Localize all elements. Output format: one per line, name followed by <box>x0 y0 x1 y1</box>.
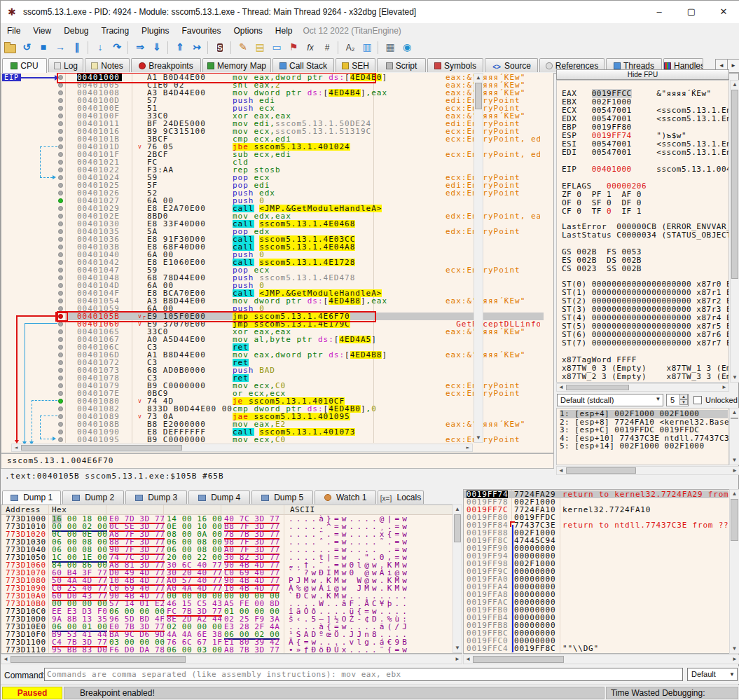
scroll-down-icon[interactable]: ▼ <box>731 373 739 382</box>
toolbar-comment-icon[interactable]: ▤ <box>252 40 268 55</box>
breakpoint-dot[interactable] <box>58 291 63 296</box>
disasm-row[interactable]: 0040101Dv76 05jbe sscom5.13.1.401024 <box>68 143 544 151</box>
tab-seh[interactable]: SEH <box>336 58 375 72</box>
menu-item-plugins[interactable]: Plugins <box>135 23 175 36</box>
disasm-row[interactable]: 00401030E8 33F40D00call sscom5.13.1.4E04… <box>68 220 544 228</box>
scroll-left-icon[interactable]: ◄ <box>464 655 472 664</box>
disasm-row[interactable]: 00401008A3 B4D44E00mov dword ptr ds:[4ED… <box>68 89 544 97</box>
disasm-row[interactable]: 0040106CC3ret <box>68 343 544 351</box>
scroll-left-icon[interactable]: ◄ <box>1 655 10 664</box>
disasm-row[interactable]: 0040102652push edxedx:EntryPoint <box>68 189 544 197</box>
breakpoint-dot[interactable] <box>58 75 63 80</box>
disasm-row[interactable]: 0040100E51push ecxecx:EntryPoint <box>68 104 544 112</box>
toolbar-animate-into-icon[interactable]: ⇒ <box>132 40 148 55</box>
toolbar-step-into-icon[interactable]: ↓ <box>92 40 108 55</box>
disasm-row[interactable]: 00401042E8 E1060E00call sscom5.13.1.4E17… <box>68 259 544 266</box>
breakpoint-dot[interactable] <box>58 383 63 388</box>
register-row[interactable]: EDI 00547001 <sscom5.13.1.En <box>562 149 729 157</box>
toolbar-source-view-icon[interactable]: ▥ <box>359 40 375 55</box>
breakpoint-dot[interactable] <box>58 167 63 172</box>
scrollbar-thumb[interactable] <box>566 467 636 474</box>
breakpoint-dot[interactable] <box>58 368 63 373</box>
toolbar-function-icon[interactable]: fx <box>303 40 318 55</box>
breakpoint-dot[interactable] <box>58 183 63 188</box>
register-row[interactable]: x87TW_2 3 (Empty) x87TW_3 3 (Emp <box>562 373 729 381</box>
breakpoint-dot[interactable] <box>58 437 63 442</box>
disasm-row[interactable]: 0040100D57push ediedi:EntryPoint <box>68 97 544 104</box>
disasm-row[interactable]: 00401082833D B0D44E00 00cmp dword ptr ds… <box>68 405 544 413</box>
stack-row[interactable]: 0019FFC40019FF8C""\\DG" <box>464 645 728 652</box>
tab-dump-5[interactable]: Dump 5 <box>251 490 313 504</box>
dump-horizontal-scrollbar[interactable]: ◄► <box>1 654 462 664</box>
scroll-right-icon[interactable]: ► <box>731 655 739 664</box>
breakpoint-dot[interactable] <box>58 221 63 226</box>
breakpoint-dot[interactable] <box>58 83 63 88</box>
breakpoint-dot[interactable] <box>58 337 63 342</box>
toolbar-stop-icon[interactable]: ■ <box>36 40 51 55</box>
toolbar-open-file-icon[interactable] <box>2 40 18 55</box>
scrollbar-thumb[interactable] <box>21 445 182 451</box>
disasm-row[interactable]: 0040103BE8 68F40D00call sscom5.13.1.4E04… <box>68 243 544 251</box>
breakpoint-dot[interactable] <box>58 90 63 95</box>
register-row[interactable]: LastStatus C0000034 (STATUS_OBJECT <box>562 231 729 240</box>
breakpoint-dot[interactable] <box>58 322 63 327</box>
breakpoint-dot[interactable] <box>58 198 63 203</box>
disasm-row[interactable]: 00401029E8 E2A70E00call <JMP.&GetModuleH… <box>68 205 544 212</box>
scrollbar-thumb[interactable] <box>454 514 461 542</box>
disasm-row[interactable]: 0040101B3BCFcmp ecx,ediecx:EntryPoint, e… <box>68 135 544 143</box>
disasm-row[interactable]: 00401072C3ret <box>68 359 544 366</box>
stack-horizontal-scrollbar[interactable]: ◄► <box>463 654 739 664</box>
toolbar-az-icon[interactable]: A₂ <box>343 40 358 55</box>
hide-fpu-button[interactable]: Hide FPU <box>556 69 729 80</box>
disasm-row[interactable]: 0040107E0BC9or ecx,ecxecx:EntryPoint <box>68 390 544 397</box>
menu-item-debug[interactable]: Debug <box>57 23 95 36</box>
register-row[interactable]: CF 0 TF 0 IF 1 <box>562 207 642 216</box>
disasm-row[interactable]: 0040104FE8 BCA70E00call <JMP.&GetModuleH… <box>68 289 544 297</box>
breakpoint-dot[interactable] <box>58 283 63 288</box>
scroll-up-icon[interactable]: ▲ <box>730 409 739 417</box>
disasm-row[interactable]: 0040105Bv┌E9 105F0E00jmp sscom5.13.1.4E6… <box>68 313 544 320</box>
menu-item-file[interactable]: File <box>1 23 27 36</box>
breakpoint-dot[interactable] <box>58 399 63 404</box>
toolbar-run-to-user-code-icon[interactable]: ↣ <box>189 40 205 55</box>
chevron-down-icon[interactable]: ▼ <box>653 394 663 405</box>
scroll-down-icon[interactable]: ▼ <box>730 645 739 653</box>
menu-item-options[interactable]: Options <box>227 23 268 36</box>
disasm-row[interactable]: 0040108BB8 E2000000mov eax,E2eax:&"яяяя´… <box>68 420 544 428</box>
disasm-row[interactable]: 00401021FCcld <box>68 158 544 166</box>
menu-item-favourites[interactable]: Favourites <box>175 23 227 36</box>
tab-source[interactable]: <>Source <box>485 58 538 72</box>
breakpoint-dot[interactable] <box>58 430 63 434</box>
breakpoint-dot[interactable] <box>58 260 63 265</box>
scroll-down-icon[interactable]: ▼ <box>453 644 462 652</box>
disasm-row[interactable]: 0040101F2BCFsub ecx,ediecx:EntryPoint, e… <box>68 151 544 158</box>
toolbar-pause-icon[interactable]: ∥ <box>69 40 85 55</box>
disasm-row[interactable]: 00401060vE9 37070E00jmp sscom5.13.1.4E17… <box>68 320 544 328</box>
disasm-row[interactable]: 0040104759pop ecxecx:EntryPoint <box>68 266 544 274</box>
disasm-row[interactable]: 0040104868 78D44E00push sscom5.13.1.4ED4… <box>68 274 544 282</box>
scroll-up-icon[interactable]: ▲ <box>474 74 483 82</box>
scroll-right-icon[interactable]: ► <box>464 444 472 451</box>
disasm-row[interactable]: 00401022F3:AArep stosb <box>68 166 544 174</box>
disasm-row[interactable]: 00401011BF 24DE5000mov edi,sscom5.13.1.5… <box>68 120 544 128</box>
register-row[interactable]: ST(7) 00000000000000000000 x87r7 E <box>562 339 729 348</box>
disasm-row[interactable]: 00401089v73 0Ajae sscom5.13.1.401095 <box>68 413 544 420</box>
tab-log[interactable]: Log <box>48 58 83 72</box>
breakpoint-dot[interactable] <box>58 214 63 219</box>
toolbar-execute-till-return-icon[interactable]: ⇑ <box>172 40 188 55</box>
close-button[interactable]: ✕ <box>707 1 739 22</box>
menu-item-view[interactable]: View <box>27 23 57 36</box>
breakpoint-dot[interactable] <box>58 245 63 249</box>
tab-memory-map[interactable]: Memory Map <box>202 58 271 72</box>
breakpoint-dot[interactable] <box>58 237 63 242</box>
toolbar-run-icon[interactable]: → <box>53 40 68 55</box>
breakpoint-dot[interactable] <box>58 114 63 118</box>
disasm-row[interactable]: 0040100F33C0xor eax,eaxeax:&"яяяя´ЌЕw" <box>68 112 544 120</box>
toolbar-step-over-icon[interactable]: ↷ <box>109 40 125 55</box>
breakpoint-dot[interactable] <box>58 252 63 257</box>
scrollbar-thumb[interactable] <box>11 656 186 663</box>
argument-row[interactable]: 1: [esp+4] 002F1000 002F1000 <box>560 410 728 418</box>
tab-notes[interactable]: Notes <box>85 58 130 72</box>
toolbar-hash-icon[interactable]: # <box>319 40 335 55</box>
tab-call-stack[interactable]: Call Stack <box>272 58 334 72</box>
